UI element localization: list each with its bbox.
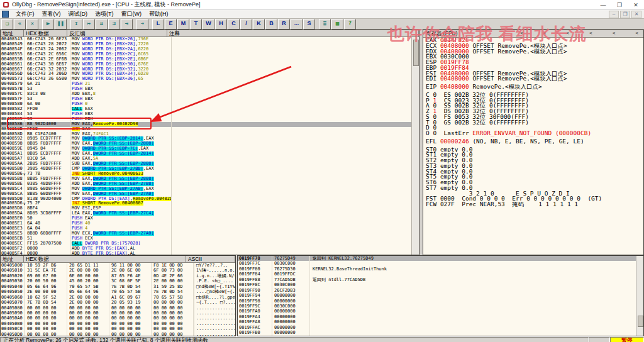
disasm-row[interactable]: 0040856166:C743 30 6E67MOV WORD PTR DS:[… [1,62,419,67]
register-line[interactable]: P 1 CS 0023 32位 0(FFFFFFFF) [426,98,643,104]
disasm-row[interactable]: 00408586B8 902D4000MOV EAX,RemovePe.0040… [1,122,419,127]
view-handles-button[interactable]: H [215,19,227,30]
disasm-row[interactable]: 004085A783C0 5AADD EAX,5A [1,157,419,162]
stack-row[interactable]: 0019FF9026CF2DB3 [238,288,643,293]
disasm-row[interactable]: 0040857366:C743 36 6500MOV WORD PTR DS:[… [1,77,419,82]
cpu-window-icon[interactable] [2,11,9,18]
register-line[interactable]: ST1 empty 0.0 [426,152,643,158]
disasm-row[interactable]: 0040855566:C743 2C 656CMOV WORD PTR DS:[… [1,52,419,57]
register-line[interactable]: Z 1 DS 002B 32位 0(FFFFFFFF) [426,109,643,114]
mdi-restore-button[interactable]: ❐ [620,11,630,18]
disasm-row[interactable]: 0040858553PUSH EBX [1,117,419,122]
open-file-icon[interactable]: ❏ [1,19,13,30]
appearance-icon[interactable]: ▦ [331,19,343,30]
register-line[interactable]: ST6 empty 0.0 [426,180,643,185]
disasm-row[interactable]: 004085EB51PUSH ECX [1,236,419,241]
restart-icon[interactable]: « [14,19,26,30]
register-line[interactable]: EDX 00408000 OFFSET RemovePe.<模块入口点> [426,49,643,55]
register-line[interactable]: D 0 [426,125,643,131]
dump-row[interactable]: 0040504005 6E 64 9670 65 57 5B7E 7B 0D 5… [1,284,235,289]
stack-row[interactable]: 0019FF8076275D30KERNEL32.BaseThreadInitT… [238,267,643,272]
register-line[interactable]: FCW 027F Prec NEAR,53 掩码 1 1 1 1 1 1 [426,202,643,207]
disasm-row[interactable]: 0040854366:C743 26 6E73MOV WORD PTR DS:[… [1,37,419,42]
dump-row[interactable]: 0040508000 00 00 0000 00 00 0000 00 00 0… [1,306,235,311]
disasm-row[interactable]: 004085BE0385 48D8FFFFADD EAX,DWORD PTR S… [1,182,419,187]
dump-row[interactable]: 0040502069 00 67 006E 00 00 0087 65 F6 4… [1,273,235,279]
disasm-row[interactable]: 004085D6∨75 2FJNZ SHORT RemovePe.0040860… [1,201,419,206]
stack-row[interactable]: 0019FF8877CAD5DB返回到 ntdll.77CAD5DB [238,277,643,282]
trace-over-icon[interactable]: ⇉ [108,19,120,30]
disasm-row[interactable]: 0040855B66:C743 2E 6F6BMOV WORD PTR DS:[… [1,57,419,62]
register-line[interactable]: O 0 LastErr ERROR_ENVVAR_NOT_FOUND (0000… [426,131,643,136]
dump-row[interactable]: 004050B000 00 00 0000 00 00 0000 00 00 0… [1,321,235,326]
close-button[interactable]: ✕ [628,1,644,9]
disasm-row[interactable]: 004085B03985 48D8FFFFCMP DWORD PTR SS:[E… [1,167,419,172]
register-line[interactable]: ESP 0019FF78 [426,60,643,65]
view-windows-button[interactable]: W [203,19,214,30]
disasm-row[interactable]: 004085C48985 60D8FFFFMOV DWORD PTR SS:[E… [1,187,419,192]
step-over-icon[interactable]: ↦ [83,19,95,30]
disasm-row[interactable]: 0040854F66:C743 2A 2062MOV WORD PTR DS:[… [1,47,419,52]
stack-row[interactable]: 0019FFA000000000 [238,309,643,314]
step-into-icon[interactable]: ↧ [70,19,82,30]
menu-item[interactable]: 窗口(W) [118,11,146,17]
stack-row[interactable]: 0019FFB000000000 [238,330,643,335]
register-line[interactable]: ST3 empty 0.0 [426,163,643,169]
run-icon[interactable]: ▶ [42,19,54,30]
disasm-row[interactable]: 004085E58B8D 60D8FFFFMOV ECX,DWORD PTR S… [1,231,419,236]
view-log-button[interactable]: L [152,19,164,30]
dump-row[interactable]: 0040506010 62 9F 522E 00 00 00A1 6C 09 6… [1,295,235,300]
register-line[interactable]: S 0 FS 0053 32位 30F000(FFF) [426,114,643,120]
disasm-row[interactable]: 004085B88B85 F8D7FFFFMOV EAX,DWORD PTR S… [1,177,419,182]
disasm-row[interactable]: 004085A18B85 ECD7FFFFMOV EAX,DWORD PTR S… [1,152,419,157]
disasm-row[interactable]: 004085E050PUSH EAX [1,216,419,221]
register-line[interactable]: EBP 0019FF84 [426,65,643,71]
view-threads-button[interactable]: T [190,19,202,30]
disasm-row[interactable]: 0040854966:C743 28 2072MOV WORD PTR DS:[… [1,42,419,47]
stack-row[interactable]: 0019FF9400000000 [238,293,643,298]
dump-row[interactable]: 0040503020 00 50 0045 00 20 003C 68 0F 5… [1,279,235,284]
register-line[interactable]: FST 0000 Cond 0 0 0 0 Err 0 0 0 0 0 0 0 … [426,196,643,202]
stack-row[interactable]: 0019FF8C0030C000 [238,282,643,287]
register-line[interactable]: ST2 empty 0.0 [426,158,643,163]
collapse-chevron-icon[interactable]: < [613,30,616,37]
collapse-chevron-icon[interactable]: < [520,30,523,37]
mdi-minimize-button[interactable]: – [609,11,619,18]
view-cpu-button[interactable]: C [228,19,240,30]
options-icon[interactable]: ≣ [319,19,331,30]
register-line[interactable]: A 0 SS 002B 32位 0(FFFFFFFF) [426,103,643,109]
disasm-row[interactable]: 004085796A 21PUSH 21 [1,82,419,87]
register-line[interactable]: ECX 00408000 OFFSET RemovePe.<模块入口点> [426,43,643,49]
register-line[interactable]: T 0 GS 002B 32位 0(FFFFFFFF) [426,120,643,126]
disasm-row[interactable]: 0040856D66:C743 34 206DMOV WORD PTR DS:[… [1,72,419,77]
register-line[interactable]: ESI 00408000 OFFSET RemovePe.<模块入口点> [426,71,643,77]
disasm-row[interactable]: 00408582FFD0CALL EAX [1,107,419,112]
disasm-row[interactable]: 004085B6∨73 7BJNB SHORT RemovePe.0040863… [1,172,419,177]
stack-row[interactable]: 0019FF7876275D49返回到 KERNEL32.76275D49 [238,256,643,261]
disasm-scrollbar[interactable] [411,37,419,255]
stack-row[interactable]: 0019FFAC00000000 [238,325,643,330]
register-line[interactable]: EBX 0030C000 [426,54,643,60]
register-line[interactable]: EIP 00408000 RemovePe.<模块入口点> [426,84,643,90]
disasm-row[interactable]: 004085AA2B85 F8D7FFFFSUB EAX,DWORD PTR S… [1,162,419,167]
stack-row[interactable]: 0019FF840019FFDC [238,272,643,277]
view-source-button[interactable]: S [303,19,315,30]
trace-into-icon[interactable]: ⇊ [96,19,108,30]
help-icon[interactable]: ? [344,19,356,30]
disasm-row[interactable]: 004085928985 ECD7FFFFMOV DWORD PTR SS:[E… [1,136,419,141]
dump-row[interactable]: 0040509000 00 00 0000 00 00 0000 00 00 0… [1,311,235,316]
menu-item[interactable]: 文件(F) [12,11,38,17]
registers-chevrons[interactable]: <<<<<< [520,30,643,37]
menu-item[interactable]: 选项(T) [91,11,118,17]
view-references-button[interactable]: R [278,19,290,30]
dump-row[interactable]: 0040501031 5C EA 7E2E 00 00 002E 00 6E 0… [1,268,235,273]
stack-row[interactable]: 0019FF9800000000 [238,299,643,304]
disasm-row[interactable]: 004085988B85 F8D7FFFFMOV EAX,DWORD PTR S… [1,141,419,146]
disasm-row[interactable]: 0040856766:C743 32 2032MOV WORD PTR DS:[… [1,67,419,72]
disasm-row[interactable]: 0040857C83C3 08ADD EBX,8 [1,92,419,97]
disasm-row[interactable]: 004085D08138 902D4000CMP DWORD PTR DS:[E… [1,197,419,202]
stack-row[interactable]: 0019FF7C0030C000 [238,261,643,266]
register-line[interactable]: 3 2 1 0 E S P U O Z D I [426,191,643,197]
register-line[interactable]: EDI 00408000 OFFSET RemovePe.<模块入口点> [426,76,643,82]
register-line[interactable]: C 0 ES 002B 32位 0(FFFFFFFF) [426,92,643,98]
